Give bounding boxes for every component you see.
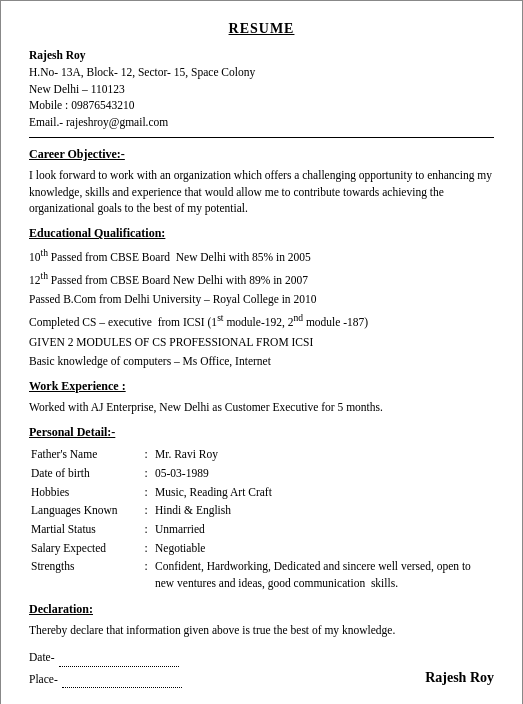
personal-row-strengths: Strengths : Confident, Hardworking, Dedi… <box>29 557 494 592</box>
personal-row-marital: Martial Status : Unmarried <box>29 520 494 539</box>
signature-block: Date- Place- Rajesh Roy <box>29 649 494 688</box>
value-languages: Hindi & English <box>153 501 494 520</box>
personal-detail-title: Personal Detail:- <box>29 424 494 441</box>
value-hobbies: Music, Reading Art Craft <box>153 483 494 502</box>
colon-marital: : <box>139 520 153 539</box>
colon-languages: : <box>139 501 153 520</box>
personal-details-table: Father's Name : Mr. Ravi Roy Date of bir… <box>29 445 494 592</box>
label-marital: Martial Status <box>29 520 139 539</box>
resume-title: RESUME <box>29 19 494 39</box>
personal-row-salary: Salary Expected : Negotiable <box>29 539 494 558</box>
colon-fathers-name: : <box>139 445 153 464</box>
education-body: 10th Passed from CBSE Board New Delhi wi… <box>29 246 494 370</box>
label-hobbies: Hobbies <box>29 483 139 502</box>
declaration-body: Thereby declare that information given a… <box>29 622 494 639</box>
label-salary: Salary Expected <box>29 539 139 558</box>
label-languages: Languages Known <box>29 501 139 520</box>
declaration-title: Declaration: <box>29 601 494 618</box>
edu-item-5: Basic knowledge of computers – Ms Office… <box>29 353 494 370</box>
colon-salary: : <box>139 539 153 558</box>
contact-block: Rajesh Roy H.No- 13A, Block- 12, Sector-… <box>29 47 494 130</box>
signature-name: Rajesh Roy <box>425 668 494 688</box>
value-strengths: Confident, Hardworking, Dedicated and si… <box>153 557 494 592</box>
place-dotted-line <box>62 671 182 689</box>
career-objective-title: Career Objective:- <box>29 146 494 163</box>
edu-item-0: 10th Passed from CBSE Board New Delhi wi… <box>29 246 494 266</box>
resume-page: RESUME Rajesh Roy H.No- 13A, Block- 12, … <box>0 0 523 704</box>
colon-strengths: : <box>139 557 153 592</box>
address-line2: New Delhi – 110123 <box>29 81 494 98</box>
date-line: Date- <box>29 649 182 667</box>
edu-item-3: Completed CS – executive from ICSI (1st … <box>29 311 494 331</box>
label-strengths: Strengths <box>29 557 139 592</box>
colon-dob: : <box>139 464 153 483</box>
personal-row-fathers-name: Father's Name : Mr. Ravi Roy <box>29 445 494 464</box>
value-fathers-name: Mr. Ravi Roy <box>153 445 494 464</box>
mobile: Mobile : 09876543210 <box>29 97 494 114</box>
value-salary: Negotiable <box>153 539 494 558</box>
value-dob: 05-03-1989 <box>153 464 494 483</box>
personal-row-languages: Languages Known : Hindi & English <box>29 501 494 520</box>
date-dotted-line <box>59 649 179 667</box>
personal-row-hobbies: Hobbies : Music, Reading Art Craft <box>29 483 494 502</box>
personal-row-dob: Date of birth : 05-03-1989 <box>29 464 494 483</box>
applicant-name: Rajesh Roy <box>29 47 494 64</box>
value-marital: Unmarried <box>153 520 494 539</box>
divider-1 <box>29 137 494 138</box>
edu-item-4: GIVEN 2 MODULES OF CS PROFESSIONAL FROM … <box>29 334 494 351</box>
place-line: Place- <box>29 671 182 689</box>
career-objective-body: I look forward to work with an organizat… <box>29 167 494 217</box>
email: Email.- rajeshroy@gmail.com <box>29 114 494 131</box>
education-title: Educational Qualification: <box>29 225 494 242</box>
label-fathers-name: Father's Name <box>29 445 139 464</box>
work-experience-body: Worked with AJ Enterprise, New Delhi as … <box>29 399 494 416</box>
work-experience-title: Work Experience : <box>29 378 494 395</box>
colon-hobbies: : <box>139 483 153 502</box>
edu-item-2: Passed B.Com from Delhi University – Roy… <box>29 291 494 308</box>
signature-row: Date- Place- Rajesh Roy <box>29 649 494 688</box>
date-place-block: Date- Place- <box>29 649 182 688</box>
label-dob: Date of birth <box>29 464 139 483</box>
edu-item-1: 12th Passed from CBSE Board New Delhi wi… <box>29 269 494 289</box>
address-line1: H.No- 13A, Block- 12, Sector- 15, Space … <box>29 64 494 81</box>
